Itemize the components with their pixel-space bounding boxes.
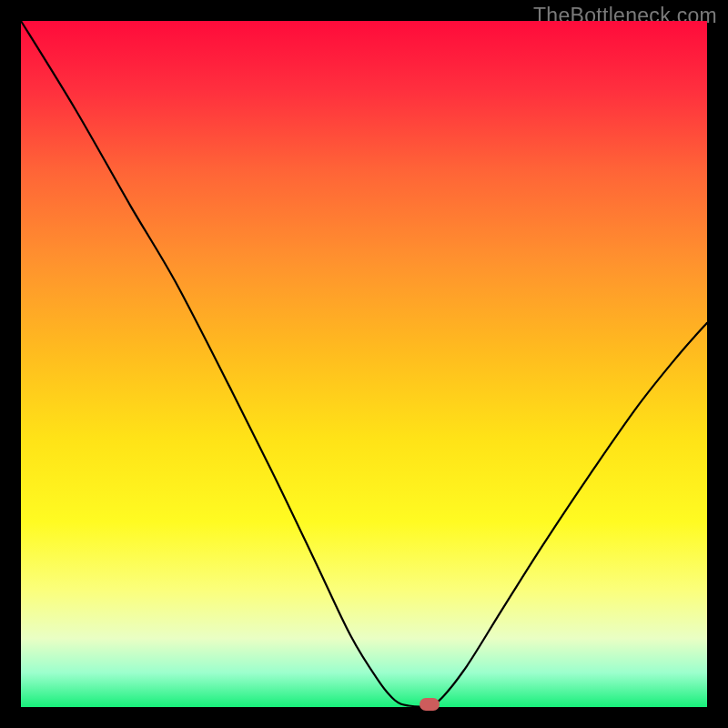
plot-area — [21, 21, 707, 707]
curve-layer — [21, 21, 707, 707]
chart-frame: TheBottleneck.com — [0, 0, 728, 728]
bottleneck-curve — [21, 21, 707, 706]
optimal-marker — [420, 698, 440, 711]
